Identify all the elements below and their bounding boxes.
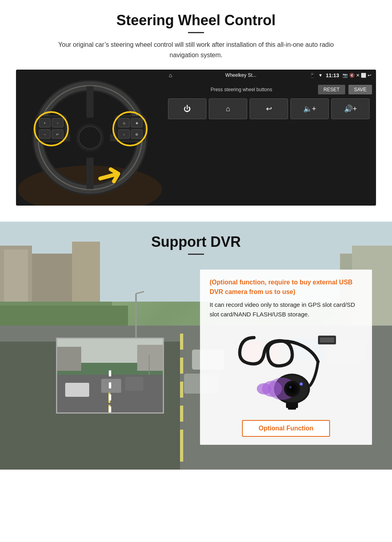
svg-rect-65 [108, 405, 110, 414]
ctrl-btn-home[interactable]: ⌂ [209, 98, 247, 119]
svg-point-82 [300, 383, 302, 385]
svg-text:⊕: ⊕ [135, 132, 138, 136]
clock: 11:13 [326, 72, 339, 78]
dvr-product-image [210, 326, 362, 414]
ctrl-btn-back[interactable]: ↩ [250, 98, 288, 119]
save-button[interactable]: SAVE [348, 85, 372, 94]
control-buttons-grid: ⏻ ⌂ ↩ 🔈+ 🔊+ [168, 98, 372, 119]
dashcam-thumb-svg [57, 339, 164, 414]
dvr-info-card: (Optional function, require to buy exter… [200, 270, 372, 445]
status-bar: ⌂ Wheelkey St... 📱 ▼ 11:13 📷 🔇 ✕ ⬜ ↩ [164, 70, 376, 81]
svg-point-78 [289, 386, 292, 388]
svg-rect-61 [101, 379, 121, 393]
svg-text:○: ○ [123, 133, 125, 136]
dvr-description: It can record video only to storage in G… [210, 300, 362, 319]
svg-rect-79 [286, 402, 298, 408]
home-icon: ⌂ [169, 72, 172, 78]
svg-point-74 [257, 383, 271, 394]
app-name: Wheelkey St... [175, 72, 306, 78]
svg-text:↵: ↵ [56, 132, 59, 136]
svg-rect-59 [57, 347, 81, 371]
svg-rect-63 [65, 383, 89, 397]
steering-description: Your original car’s steering wheel contr… [52, 40, 340, 60]
wifi-icon: ▼ [318, 73, 323, 78]
dvr-divider [188, 254, 204, 255]
status-icons: 📷 🔇 ✕ ⬜ ↩ [342, 73, 371, 78]
svg-text:↑: ↑ [57, 121, 59, 125]
dvr-title: Support DVR [0, 222, 392, 250]
dashcam-thumb-scene [57, 339, 163, 412]
svg-text:+: + [44, 121, 46, 125]
steering-control-content: Press steering wheel buttons RESET SAVE … [164, 81, 376, 206]
svg-text:−: − [44, 132, 46, 136]
optional-function-button[interactable]: Optional Function [242, 420, 330, 437]
ctrl-btn-power[interactable]: ⏻ [168, 98, 206, 119]
svg-text:✱: ✱ [136, 122, 138, 125]
svg-point-10 [79, 126, 101, 149]
ctrl-btn-vol-down[interactable]: 🔈+ [290, 98, 329, 119]
steering-wheel-photo: + ↑ − ↵ ⊙ ✱ ○ ⊕ [16, 70, 164, 206]
steering-section: Steering Wheel Control Your original car… [0, 0, 392, 214]
instruction-text: Press steering wheel buttons [168, 87, 315, 92]
svg-rect-68 [320, 337, 334, 343]
steering-wheel-svg: + ↑ − ↵ ⊙ ✱ ○ ⊕ [16, 70, 164, 206]
svg-rect-64 [108, 393, 110, 403]
optional-note: (Optional function, require to buy exter… [210, 278, 362, 297]
dvr-camera-svg [230, 330, 342, 410]
ctrl-btn-vol-up[interactable]: 🔊+ [331, 98, 370, 119]
steering-title: Steering Wheel Control [16, 12, 376, 29]
dvr-section: Support DVR [0, 222, 392, 470]
svg-rect-60 [137, 345, 164, 371]
dashcam-thumbnail [56, 338, 164, 414]
reset-button[interactable]: RESET [318, 85, 345, 94]
svg-rect-62 [125, 377, 143, 391]
android-screen: ⌂ Wheelkey St... 📱 ▼ 11:13 📷 🔇 ✕ ⬜ ↩ Pre… [164, 70, 376, 206]
usb-icon: 📱 [310, 73, 315, 78]
svg-rect-80 [288, 407, 296, 410]
title-divider [188, 32, 204, 33]
steering-composite-image: + ↑ − ↵ ⊙ ✱ ○ ⊕ ➜ [16, 70, 376, 206]
svg-text:⊙: ⊙ [123, 122, 126, 125]
control-bar: Press steering wheel buttons RESET SAVE [168, 85, 372, 94]
